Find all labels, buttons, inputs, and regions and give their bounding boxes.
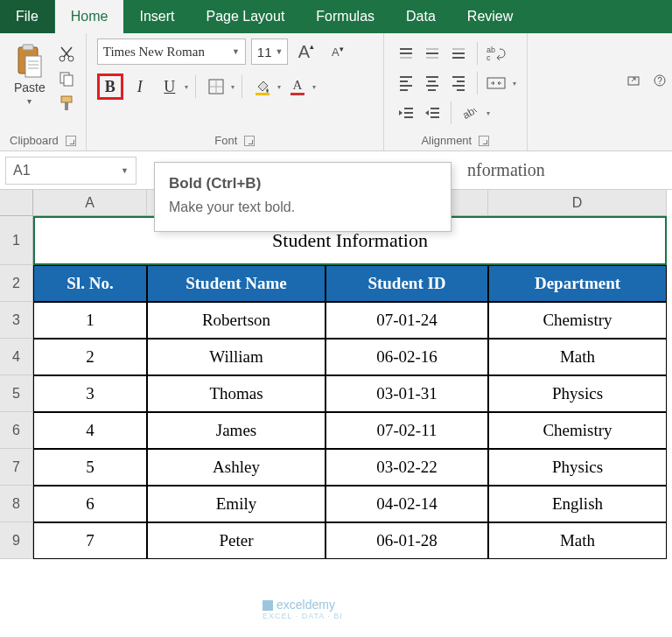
cell[interactable]: English — [488, 486, 667, 522]
cell[interactable]: 07-02-11 — [326, 412, 488, 449]
cell[interactable]: 06-01-28 — [326, 522, 488, 559]
clipboard-dialog-launcher[interactable] — [66, 136, 76, 146]
align-middle-button[interactable] — [421, 43, 444, 64]
cell[interactable]: Math — [488, 339, 667, 375]
align-top-button[interactable] — [395, 43, 417, 64]
table-header[interactable]: Sl. No. — [33, 265, 147, 302]
tab-review[interactable]: Review — [452, 0, 528, 33]
cell[interactable]: Robertson — [147, 302, 326, 339]
cell[interactable]: 3 — [33, 375, 147, 412]
row-header[interactable]: 1 — [0, 216, 33, 265]
group-label-font: Font — [214, 132, 237, 149]
align-left-button[interactable] — [395, 73, 417, 94]
name-box[interactable]: A1 ▼ — [5, 157, 136, 185]
copy-button[interactable] — [58, 70, 75, 88]
cell[interactable]: Chemistry — [488, 412, 667, 449]
chevron-down-icon[interactable]: ▾ — [185, 83, 188, 91]
column-header[interactable]: D — [488, 190, 667, 216]
font-name-combo[interactable]: Times New Roman ▼ — [97, 38, 246, 65]
cell[interactable]: Ashley — [147, 449, 326, 486]
tab-insert[interactable]: Insert — [123, 0, 190, 33]
separator — [451, 102, 452, 124]
column-header[interactable]: A — [33, 190, 147, 216]
cell[interactable]: William — [147, 339, 326, 375]
cell[interactable]: James — [147, 412, 326, 449]
table-header[interactable]: Student ID — [326, 265, 488, 302]
cell[interactable]: Math — [488, 522, 667, 559]
wrap-text-button[interactable]: abc — [485, 43, 508, 64]
align-left-icon — [400, 76, 412, 91]
cell[interactable]: 6 — [33, 486, 147, 522]
cell[interactable]: 07-01-24 — [326, 302, 488, 339]
font-size-combo[interactable]: 11 ▼ — [251, 38, 288, 65]
row-header[interactable]: 3 — [0, 302, 33, 339]
font-dialog-launcher[interactable] — [244, 136, 255, 146]
row-header[interactable]: 8 — [0, 486, 33, 522]
share-icon[interactable] — [626, 74, 640, 88]
cell[interactable]: 7 — [33, 522, 147, 559]
svg-rect-5 — [25, 56, 41, 77]
cell[interactable]: Peter — [147, 522, 326, 559]
tab-file[interactable]: File — [0, 0, 54, 33]
row-header[interactable]: 5 — [0, 375, 33, 412]
cell[interactable]: Emily — [147, 486, 326, 522]
underline-icon: U — [164, 78, 175, 96]
align-center-button[interactable] — [421, 73, 444, 94]
cell[interactable]: Thomas — [147, 375, 326, 412]
cell[interactable]: Physics — [488, 449, 667, 486]
cell[interactable]: 2 — [33, 339, 147, 375]
font-color-button[interactable]: A — [284, 74, 311, 100]
align-right-button[interactable] — [447, 73, 470, 94]
merge-center-button[interactable] — [485, 73, 508, 94]
italic-button[interactable]: I — [127, 74, 153, 100]
row-header[interactable]: 7 — [0, 449, 33, 486]
format-painter-button[interactable] — [58, 94, 75, 112]
cell[interactable]: 06-02-16 — [326, 339, 488, 375]
increase-font-button[interactable]: A▴ — [293, 38, 319, 65]
align-bottom-button[interactable] — [447, 43, 470, 64]
borders-button[interactable] — [203, 74, 229, 100]
decrease-font-button[interactable]: A▾ — [325, 38, 351, 65]
chevron-down-icon[interactable]: ▾ — [513, 80, 516, 88]
svg-rect-16 — [65, 102, 68, 110]
help-icon[interactable]: ? — [653, 74, 667, 88]
chevron-down-icon: ▼ — [276, 47, 284, 56]
fill-color-button[interactable] — [249, 74, 276, 100]
row-header[interactable]: 6 — [0, 412, 33, 449]
chevron-down-icon[interactable]: ▾ — [277, 83, 281, 91]
chevron-down-icon[interactable]: ▾ — [231, 83, 234, 91]
orientation-button[interactable]: ab — [458, 102, 481, 123]
cut-button[interactable] — [58, 46, 75, 63]
chevron-down-icon[interactable]: ▾ — [312, 83, 316, 91]
select-all-corner[interactable] — [0, 190, 33, 216]
decrease-indent-button[interactable] — [395, 102, 417, 123]
tab-home[interactable]: Home — [55, 0, 124, 33]
cell[interactable]: 04-02-14 — [326, 486, 488, 522]
row-header[interactable]: 2 — [0, 265, 33, 302]
ribbon-tabs: File Home Insert Page Layout Formulas Da… — [0, 0, 672, 33]
cell[interactable]: Physics — [488, 375, 667, 412]
underline-button[interactable]: U — [157, 74, 183, 100]
cell[interactable]: 03-01-31 — [326, 375, 488, 412]
paintbrush-icon — [58, 94, 75, 112]
bold-button[interactable]: B — [97, 74, 123, 100]
alignment-dialog-launcher[interactable] — [479, 136, 489, 146]
cell[interactable]: Chemistry — [488, 302, 667, 339]
cell[interactable]: 1 — [33, 302, 147, 339]
paste-button[interactable]: Paste ▾ — [10, 42, 49, 108]
tab-page-layout[interactable]: Page Layout — [190, 0, 300, 33]
increase-indent-button[interactable] — [421, 102, 444, 123]
row-header[interactable]: 9 — [0, 522, 33, 559]
tab-data[interactable]: Data — [390, 0, 452, 33]
row-header[interactable]: 4 — [0, 339, 33, 375]
table-header[interactable]: Department — [488, 265, 667, 302]
table-header[interactable]: Student Name — [147, 265, 326, 302]
chevron-down-icon: ▼ — [232, 47, 240, 56]
svg-text:c: c — [486, 53, 491, 61]
chevron-down-icon[interactable]: ▾ — [486, 109, 490, 117]
tab-formulas[interactable]: Formulas — [300, 0, 390, 33]
font-name-value: Times New Roman — [103, 45, 205, 60]
cell[interactable]: 5 — [33, 449, 147, 486]
cell[interactable]: 03-02-22 — [326, 449, 488, 486]
cell[interactable]: 4 — [33, 412, 147, 449]
